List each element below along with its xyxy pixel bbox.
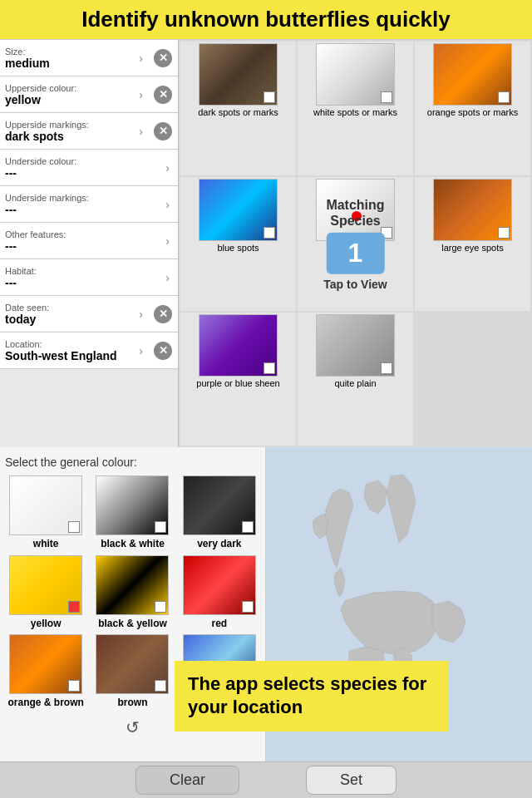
filter-value-underside-markings: --- <box>5 203 165 216</box>
filter-row-upperside-markings[interactable]: Upperside markings:dark spots›✕ <box>0 113 178 150</box>
butterfly-cell-dark-spots[interactable]: dark spots or marks <box>180 42 296 175</box>
matching-label: MatchingSpecies <box>326 197 384 229</box>
chevron-right-icon: › <box>165 198 170 211</box>
butterfly-label-purple-sheen: purple or blue sheen <box>196 378 279 389</box>
butterfly-checkbox-quite-plain[interactable] <box>381 362 392 374</box>
color-image-brown <box>96 634 169 694</box>
filter-row-underside-colour[interactable]: Underside colour:---› <box>0 150 178 186</box>
filter-label-habitat: Habitat: <box>5 266 165 276</box>
filter-content-upperside-markings[interactable]: Upperside markings:dark spots› <box>0 116 151 146</box>
close-icon: ✕ <box>154 49 172 67</box>
butterfly-image-orange-spots <box>433 43 512 106</box>
butterfly-label-large-eye-spots: large eye spots <box>441 243 504 254</box>
filter-clear-size[interactable]: ✕ <box>151 47 175 70</box>
filter-content-underside-colour[interactable]: Underside colour:---› <box>0 153 178 183</box>
color-label-red: red <box>211 618 227 629</box>
color-cell-white[interactable]: white <box>5 475 86 549</box>
header-title: Identify unknown butterflies quickly <box>81 7 451 32</box>
color-checkbox-red[interactable] <box>242 601 254 613</box>
color-label-black-yellow: black & yellow <box>98 618 167 629</box>
color-checkbox-orange-brown[interactable] <box>68 680 80 692</box>
butterfly-checkbox-blue-spots[interactable] <box>264 227 275 239</box>
butterfly-checkbox-dark-spots[interactable] <box>264 91 275 103</box>
filter-clear-upperside-colour[interactable]: ✕ <box>151 83 175 106</box>
color-cell-black-white[interactable]: black & white <box>91 475 173 549</box>
filter-row-upperside-colour[interactable]: Upperside colour:yellow›✕ <box>0 76 178 113</box>
filter-row-date-seen[interactable]: Date seen:today›✕ <box>0 296 178 332</box>
filter-content-habitat[interactable]: Habitat:---› <box>0 263 178 293</box>
butterfly-cell-quite-plain[interactable]: quite plain <box>298 313 413 446</box>
chevron-right-icon: › <box>139 308 143 321</box>
butterfly-checkbox-orange-spots[interactable] <box>498 91 510 103</box>
butterfly-cell-white-spots[interactable]: white spots or marks <box>298 42 413 175</box>
map-panel[interactable] <box>266 447 532 798</box>
butterfly-cell-orange-spots[interactable]: orange spots or marks <box>415 42 530 175</box>
color-checkbox-very-dark[interactable] <box>242 521 254 533</box>
color-checkbox-brown[interactable] <box>155 680 166 692</box>
butterfly-cell-blue-spots[interactable]: blue spots <box>180 177 296 311</box>
tooltip-text: The app selects species for your locatio… <box>188 673 426 718</box>
reload-button[interactable]: ↺ <box>121 715 145 740</box>
color-label-brown: brown <box>117 697 147 708</box>
filter-content-size[interactable]: Size:medium› <box>0 43 151 73</box>
butterfly-image-white-spots <box>316 43 395 106</box>
color-label-black-white: black & white <box>101 538 165 549</box>
color-cell-red[interactable]: red <box>179 555 260 629</box>
filter-label-upperside-markings: Upperside markings: <box>5 120 139 130</box>
filter-label-other-features: Other features: <box>5 229 165 239</box>
footer-bar: Clear Set <box>0 761 532 798</box>
matching-count[interactable]: 1 <box>327 232 385 273</box>
butterfly-label-white-spots: white spots or marks <box>313 107 397 118</box>
butterfly-label-blue-spots: blue spots <box>217 243 259 254</box>
color-cell-orange-brown[interactable]: orange & brown <box>5 634 86 708</box>
filter-content-other-features[interactable]: Other features:---› <box>0 226 178 256</box>
filter-content-upperside-colour[interactable]: Upperside colour:yellow› <box>0 80 151 110</box>
filter-label-underside-markings: Underside markings: <box>5 193 165 203</box>
app-header: Identify unknown butterflies quickly <box>0 0 532 40</box>
butterfly-image-purple-sheen <box>199 314 278 377</box>
filter-row-size[interactable]: Size:medium›✕ <box>0 40 178 76</box>
filter-value-size: medium <box>5 57 139 70</box>
filter-content-date-seen[interactable]: Date seen:today› <box>0 299 151 329</box>
chevron-right-icon: › <box>139 88 143 101</box>
butterfly-checkbox-large-eye-spots[interactable] <box>498 227 510 239</box>
filter-content-underside-markings[interactable]: Underside markings:---› <box>0 190 178 219</box>
filter-row-location[interactable]: Location:South-west England›✕ <box>0 332 178 369</box>
butterfly-checkbox-white-spots[interactable] <box>381 91 392 103</box>
filter-clear-upperside-markings[interactable]: ✕ <box>151 120 175 143</box>
filter-label-size: Size: <box>5 47 139 57</box>
filter-clear-date-seen[interactable]: ✕ <box>151 303 175 326</box>
filter-content-location[interactable]: Location:South-west England› <box>0 336 151 366</box>
filter-value-other-features: --- <box>5 239 165 253</box>
color-label-yellow: yellow <box>31 618 62 629</box>
color-image-very-dark <box>183 475 256 535</box>
filter-row-underside-markings[interactable]: Underside markings:---› <box>0 186 178 223</box>
color-cell-very-dark[interactable]: very dark <box>179 475 260 549</box>
tap-to-view-label[interactable]: Tap to View <box>323 277 387 290</box>
set-button[interactable]: Set <box>306 766 397 795</box>
color-checkbox-white[interactable] <box>68 521 80 533</box>
filter-value-habitat: --- <box>5 276 165 289</box>
bottom-area: Select the general colour: whiteblack & … <box>0 447 532 798</box>
color-checkbox-yellow[interactable] <box>68 601 80 613</box>
butterfly-cell-large-eye-spots[interactable]: large eye spots <box>415 177 530 311</box>
chevron-right-icon: › <box>139 344 143 357</box>
colour-selector-panel: Select the general colour: whiteblack & … <box>0 447 266 798</box>
butterfly-cell-purple-sheen[interactable]: purple or blue sheen <box>180 313 296 446</box>
filter-row-other-features[interactable]: Other features:---› <box>0 223 178 259</box>
color-cell-yellow[interactable]: yellow <box>5 555 86 629</box>
matching-species-widget[interactable]: MatchingSpecies 1 Tap to View <box>323 197 387 290</box>
filter-clear-location[interactable]: ✕ <box>151 339 175 362</box>
butterfly-image-dark-spots <box>199 43 278 106</box>
butterfly-checkbox-purple-sheen[interactable] <box>264 362 275 374</box>
color-checkbox-black-white[interactable] <box>155 521 166 533</box>
filter-row-habitat[interactable]: Habitat:---› <box>0 259 178 296</box>
color-checkbox-black-yellow[interactable] <box>155 601 166 613</box>
main-area: Size:medium›✕Upperside colour:yellow›✕Up… <box>0 40 532 447</box>
color-cell-brown[interactable]: brown <box>91 634 173 708</box>
color-cell-black-yellow[interactable]: black & yellow <box>91 555 173 629</box>
chevron-right-icon: › <box>139 52 143 65</box>
clear-button[interactable]: Clear <box>135 766 239 795</box>
map-svg <box>266 447 532 798</box>
color-image-black-white <box>96 475 169 535</box>
